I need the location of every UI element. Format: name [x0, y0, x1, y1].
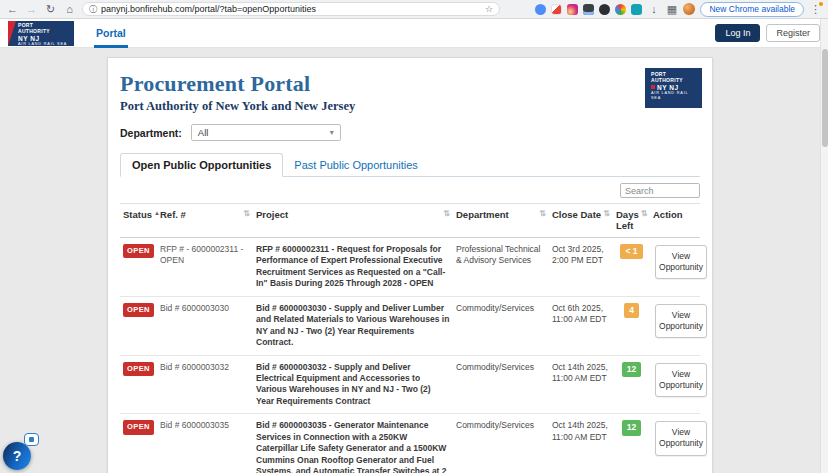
- table-header: Status ▲ Ref. # ⇅ Project ⇅ Department ⇅…: [120, 203, 700, 238]
- ref-number: Bid # 6000003032: [157, 356, 253, 414]
- extension-icon[interactable]: [535, 4, 546, 15]
- extension-icon[interactable]: [551, 4, 562, 15]
- search-input[interactable]: [620, 183, 700, 198]
- bookmark-star-icon[interactable]: ☆: [485, 4, 493, 14]
- logo-tagline: AIR LAND RAIL SEA: [18, 42, 72, 46]
- home-icon[interactable]: ⌂: [63, 4, 76, 15]
- close-date-cell: Oct 6th 2025, 11:00 AM EDT: [549, 297, 613, 355]
- nav-portal[interactable]: Portal: [96, 27, 126, 39]
- help-chat-button[interactable]: ?: [3, 442, 31, 470]
- extension-icon[interactable]: [583, 4, 594, 15]
- column-header-action: Action: [650, 204, 700, 237]
- sort-icon: ⇅: [243, 209, 250, 219]
- extension-icon[interactable]: [567, 4, 578, 15]
- scrollbar-track: [820, 19, 828, 473]
- project-title: Bid # 6000003032 - Supply and Deliver El…: [253, 356, 453, 414]
- profile-avatar[interactable]: [683, 3, 695, 15]
- page-subtitle: Port Authority of New York and New Jerse…: [120, 99, 700, 114]
- view-opportunity-button[interactable]: View Opportunity: [655, 363, 707, 397]
- logo-red-accent: [8, 21, 16, 46]
- url-text: panynj.bonfirehub.com/portal/?tab=openOp…: [101, 4, 481, 14]
- view-opportunity-button[interactable]: View Opportunity: [655, 421, 707, 455]
- column-header-project[interactable]: Project ⇅: [253, 204, 453, 237]
- department-filter-row: Department: All ▾: [120, 124, 700, 141]
- port-authority-logo-card: PORT AUTHORITY NY NJ AIR LAND RAIL SEA: [645, 68, 702, 108]
- search-row: [120, 177, 700, 203]
- close-date-cell: Oct 14th 2025, 11:00 AM EDT: [549, 414, 613, 473]
- department-cell: Commodity/Services: [453, 414, 549, 473]
- site-info-icon[interactable]: ⓘ: [89, 4, 97, 15]
- chrome-update-pill[interactable]: New Chrome available: [700, 2, 804, 17]
- update-notification-dot: [819, 2, 823, 6]
- apps-grid-icon[interactable]: ▦: [665, 4, 678, 15]
- opportunities-tab-bar: Open Public Opportunities Past Public Op…: [120, 153, 700, 177]
- days-left-badge: 12: [622, 362, 641, 377]
- table-body: OPEN RFP # - 6000002311 - OPEN RFP # 600…: [120, 238, 700, 473]
- status-badge: OPEN: [123, 244, 154, 258]
- port-authority-logo[interactable]: PORT AUTHORITY NY NJ AIR LAND RAIL SEA: [8, 21, 74, 46]
- log-in-button[interactable]: Log In: [715, 24, 760, 42]
- tab-open-public-opportunities[interactable]: Open Public Opportunities: [120, 153, 283, 177]
- forward-icon[interactable]: →: [25, 4, 38, 15]
- department-cell: Commodity/Services: [453, 356, 549, 414]
- logo-text: NY NJ: [18, 35, 72, 42]
- status-badge: OPEN: [123, 420, 154, 434]
- chat-bubble-icon: [29, 437, 34, 442]
- table-row: OPEN Bid # 6000003032 Bid # 6000003032 -…: [120, 356, 700, 415]
- column-header-status[interactable]: Status ▲: [120, 204, 157, 237]
- logo-red-accent: [651, 85, 655, 89]
- department-selected-value: All: [198, 127, 209, 138]
- browser-toolbar: ← → ↻ ⌂ ⓘ panynj.bonfirehub.com/portal/?…: [0, 0, 828, 19]
- reload-icon[interactable]: ↻: [44, 4, 57, 15]
- status-badge: OPEN: [123, 303, 154, 317]
- procurement-portal-card: Procurement Portal Port Authority of New…: [107, 57, 713, 473]
- department-cell: Commodity/Services: [453, 297, 549, 355]
- register-button[interactable]: Register: [766, 24, 820, 42]
- site-header: PORT AUTHORITY NY NJ AIR LAND RAIL SEA P…: [0, 19, 828, 48]
- status-badge: OPEN: [123, 362, 154, 376]
- column-header-days-left[interactable]: Days Left ⇅: [613, 204, 650, 237]
- logo-text: NY NJ: [657, 84, 679, 91]
- scrollbar-thumb[interactable]: [822, 49, 828, 147]
- days-left-badge: 4: [624, 303, 639, 318]
- close-date-cell: Oct 14th 2025, 11:00 AM EDT: [549, 356, 613, 414]
- page-title: Procurement Portal: [120, 71, 700, 97]
- table-row: OPEN Bid # 6000003035 Bid # 6000003035 -…: [120, 414, 700, 473]
- back-icon[interactable]: ←: [6, 4, 19, 15]
- view-opportunity-button[interactable]: View Opportunity: [655, 304, 707, 338]
- column-header-close-date[interactable]: Close Date ⇅: [549, 204, 613, 237]
- extension-icon[interactable]: [599, 4, 610, 15]
- download-icon[interactable]: ↓: [647, 4, 660, 15]
- ref-number: Bid # 6000003035: [157, 414, 253, 473]
- chevron-down-icon: ▾: [330, 128, 334, 137]
- project-title: RFP # 6000002311 - Request for Proposals…: [253, 238, 453, 296]
- address-bar[interactable]: ⓘ panynj.bonfirehub.com/portal/?tab=open…: [82, 2, 500, 16]
- project-title: Bid # 6000003030 - Supply and Deliver Lu…: [253, 297, 453, 355]
- tab-past-public-opportunities[interactable]: Past Public Opportunities: [283, 154, 429, 176]
- logo-tagline: AIR LAND RAIL SEA: [651, 91, 700, 102]
- ref-number: RFP # - 6000002311 - OPEN: [157, 238, 253, 296]
- days-left-badge: 12: [622, 420, 641, 435]
- days-left-badge: < 1: [620, 244, 642, 259]
- question-mark-icon: ?: [13, 448, 22, 464]
- extension-icon[interactable]: [615, 4, 626, 15]
- sort-icon: ⇅: [641, 209, 648, 219]
- table-row: OPEN RFP # - 6000002311 - OPEN RFP # 600…: [120, 238, 700, 297]
- auth-buttons: Log In Register: [715, 24, 820, 42]
- extension-icon[interactable]: [631, 4, 642, 15]
- menu-kebab-icon[interactable]: ⋮: [809, 4, 822, 15]
- view-opportunity-button[interactable]: View Opportunity: [655, 245, 707, 279]
- department-label: Department:: [120, 127, 182, 139]
- sort-icon: ⇅: [603, 209, 610, 219]
- column-header-ref[interactable]: Ref. # ⇅: [157, 204, 253, 237]
- department-dropdown[interactable]: All ▾: [191, 124, 341, 141]
- department-cell: Professional Technical & Advisory Servic…: [453, 238, 549, 296]
- column-header-department[interactable]: Department ⇅: [453, 204, 549, 237]
- table-row: OPEN Bid # 6000003030 Bid # 6000003030 -…: [120, 297, 700, 356]
- sort-icon: ⇅: [539, 209, 546, 219]
- project-title: Bid # 6000003035 - Generator Maintenance…: [253, 414, 453, 473]
- toolbar-right-group: ↓ ▦ New Chrome available ⋮: [535, 2, 822, 17]
- chat-notification-bubble[interactable]: [24, 433, 39, 446]
- sort-icon: ⇅: [443, 209, 450, 219]
- close-date-cell: Oct 3rd 2025, 2:00 PM EDT: [549, 238, 613, 296]
